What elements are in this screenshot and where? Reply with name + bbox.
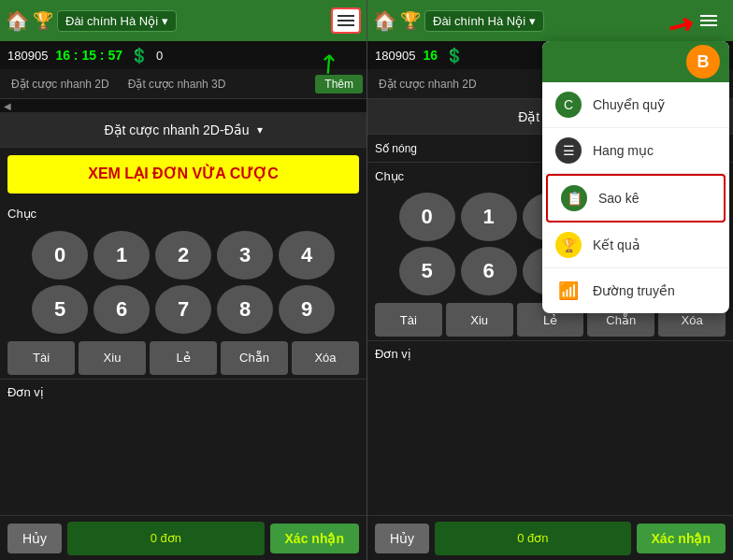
num-8-left[interactable]: 8 <box>217 285 273 334</box>
station-label-right: Đài chính Hà Nội <box>433 14 525 28</box>
category-icon: ☰ <box>555 137 582 164</box>
scroll-indicator-left: ◀ <box>0 99 366 112</box>
home-icon-right[interactable]: 🏠 <box>373 9 396 32</box>
num-0-left[interactable]: 0 <box>32 231 88 280</box>
btn-tai-left[interactable]: Tài <box>7 341 75 375</box>
num-5-right[interactable]: 5 <box>399 247 455 295</box>
station-label-left: Đài chính Hà Nội <box>65 14 158 28</box>
user-id-left: 180905 <box>7 49 48 63</box>
num-9-left[interactable]: 9 <box>279 285 335 334</box>
btn-xiu-right[interactable]: Xiu <box>446 303 513 337</box>
num-4-left[interactable]: 4 <box>279 231 335 280</box>
menu-item-sao-ke[interactable]: 📋 Sao kê <box>546 174 726 223</box>
transfer-icon: C <box>555 92 582 118</box>
order-count-right[interactable]: 0 đơn <box>435 522 630 555</box>
num-3-left[interactable]: 3 <box>217 231 273 280</box>
user-id-right: 180905 <box>375 49 415 63</box>
avatar-right: B <box>686 45 720 79</box>
btn-xiu-left[interactable]: Xiu <box>79 341 146 375</box>
tab-3d-left[interactable]: Đặt cược nhanh 3D <box>121 74 234 94</box>
station-dropdown-right[interactable]: Đài chính Hà Nội ▾ <box>424 10 544 32</box>
tab-2d-right[interactable]: Đặt cược nhanh 2D <box>371 74 484 94</box>
panel-right: 🏠 🏆 Đài chính Hà Nội ▾ 180905 16 💲 Đặt c… <box>366 0 733 560</box>
bottom-bar-left: Hủy 0 đơn Xác nhận <box>0 515 366 560</box>
num-1-right[interactable]: 1 <box>461 193 517 241</box>
order-count-left[interactable]: 0 đơn <box>67 522 264 555</box>
cancel-button-left[interactable]: Hủy <box>7 524 62 553</box>
num-0-right[interactable]: 0 <box>399 193 455 241</box>
station-dropdown-left[interactable]: Đài chính Hà Nội ▾ <box>57 10 177 32</box>
num-7-left[interactable]: 7 <box>155 285 211 334</box>
confirm-button-right[interactable]: Xác nhận <box>637 524 726 553</box>
hamburger-icon-left <box>338 15 354 26</box>
hot-number-label-right: Số nóng <box>375 142 417 155</box>
menu-item-ket-qua[interactable]: 🏆 Kết quả <box>542 223 729 268</box>
trophy-icon-left[interactable]: 🏆 <box>33 10 53 31</box>
header-left: 🏠 🏆 Đài chính Hà Nội ▾ <box>0 0 366 41</box>
menu-label-sao-ke: Sao kê <box>598 191 640 206</box>
number-grid-left: 0 1 2 3 4 5 6 7 8 9 <box>0 227 366 337</box>
cancel-button-right[interactable]: Hủy <box>375 524 429 553</box>
btn-xoa-left[interactable]: Xóa <box>292 341 359 375</box>
scroll-arrow-left: ◀ <box>4 101 11 111</box>
chevron-down-icon-left: ▾ <box>162 14 168 28</box>
menu-label-duong-truyen: Đường truyền <box>593 283 675 298</box>
menu-item-duong-truyen[interactable]: 📶 Đường truyền <box>542 268 729 313</box>
menu-item-hang-muc[interactable]: ☰ Hang mục <box>542 128 729 174</box>
review-banner-left[interactable]: XEM LẠI ĐƠN VỪA CƯỢC <box>7 155 359 194</box>
menu-label-hang-muc: Hang mục <box>593 143 654 158</box>
status-bar-left: 180905 16 : 15 : 57 💲 0 <box>0 41 366 69</box>
menu-label-ket-qua: Kết quả <box>593 237 640 252</box>
tab-2d-left[interactable]: Đặt cược nhanh 2D <box>4 74 117 94</box>
number-row-1-left: 0 1 2 3 4 <box>7 231 359 280</box>
menu-item-chuyen-quy[interactable]: C Chuyển quỹ <box>542 82 729 128</box>
num-1-left[interactable]: 1 <box>93 231 150 280</box>
tab-bar-left: Đặt cược nhanh 2D Đặt cược nhanh 3D Thêm <box>0 69 366 99</box>
unit-label-left: Đơn vị <box>0 379 366 405</box>
menu-button-right[interactable] <box>694 7 724 34</box>
trophy-icon-right[interactable]: 🏆 <box>400 10 421 31</box>
bet-type-label-left: Đặt cược nhanh 2D-Đầu <box>104 122 249 137</box>
btn-chan-left[interactable]: Chẵn <box>221 341 288 375</box>
digit-label-left: Chục <box>0 201 366 227</box>
bet-type-dropdown-left[interactable]: Đặt cược nhanh 2D-Đầu ▾ <box>0 112 366 148</box>
time-left: 16 : 15 : 57 <box>55 48 122 63</box>
bottom-bar-right: Hủy 0 đơn Xác nhận <box>367 515 733 560</box>
menu-button-left[interactable] <box>331 7 361 34</box>
unit-label-right: Đơn vị <box>367 340 733 366</box>
balance-left: 0 <box>156 49 163 63</box>
dropdown-menu-header: B <box>542 41 729 82</box>
result-icon: 🏆 <box>555 232 582 258</box>
num-6-left[interactable]: 6 <box>93 285 150 334</box>
coin-icon-right: 💲 <box>445 47 464 65</box>
btn-le-left[interactable]: Lẻ <box>150 341 217 375</box>
num-5-left[interactable]: 5 <box>32 285 88 334</box>
bet-dropdown-arrow-left: ▾ <box>257 123 263 136</box>
statement-icon: 📋 <box>561 185 587 211</box>
menu-label-chuyen-quy: Chuyển quỹ <box>593 97 665 112</box>
review-banner-text-left: XEM LẠI ĐƠN VỪA CƯỢC <box>88 165 279 181</box>
wifi-icon: 📶 <box>555 278 582 304</box>
add-tab-button-left[interactable]: Thêm <box>315 75 363 93</box>
panel-left: 🏠 🏆 Đài chính Hà Nội ▾ 180905 16 : 15 : … <box>0 0 366 560</box>
time-right: 16 <box>423 48 438 63</box>
num-6-right[interactable]: 6 <box>461 247 517 295</box>
num-2-left[interactable]: 2 <box>155 231 211 280</box>
coin-icon-left: 💲 <box>130 47 149 65</box>
confirm-button-left[interactable]: Xác nhận <box>270 524 359 553</box>
home-icon-left[interactable]: 🏠 <box>6 9 29 32</box>
hamburger-icon-right <box>700 15 717 26</box>
chevron-down-icon-right: ▾ <box>529 14 536 28</box>
number-row-2-left: 5 6 7 8 9 <box>7 285 359 334</box>
dropdown-menu-right[interactable]: B C Chuyển quỹ ☰ Hang mục 📋 Sao kê 🏆 Kết… <box>542 41 729 313</box>
btn-tai-right[interactable]: Tài <box>375 303 442 337</box>
header-right: 🏠 🏆 Đài chính Hà Nội ▾ <box>367 0 733 41</box>
quick-buttons-left: Tài Xiu Lẻ Chẵn Xóa <box>0 337 366 379</box>
